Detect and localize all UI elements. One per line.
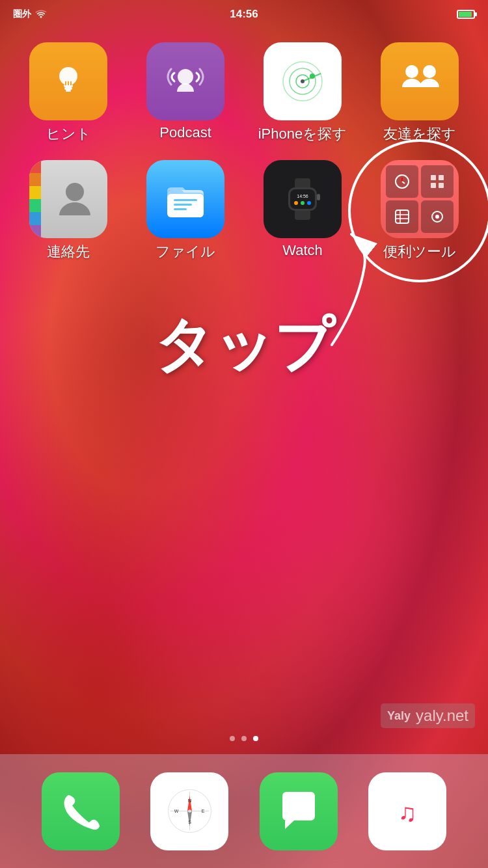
files-app-label: ファイル [156, 242, 215, 262]
app-item-podcast[interactable]: Podcast [130, 42, 241, 144]
svg-point-28 [294, 201, 298, 205]
svg-rect-23 [295, 210, 310, 220]
battery-fill [459, 12, 472, 17]
app-item-contacts[interactable]: 連絡先 [13, 160, 124, 262]
svg-point-12 [310, 74, 315, 79]
phone-app-icon[interactable] [42, 772, 120, 850]
page-dot-2 [241, 736, 247, 741]
svg-rect-19 [174, 199, 197, 201]
svg-point-8 [178, 69, 193, 85]
app-item-watch[interactable]: 14:56 Watch [247, 160, 358, 262]
app-item-find-iphone[interactable]: iPhoneを探す [247, 42, 358, 144]
dock: N S E W ♫ [0, 754, 488, 868]
svg-line-34 [402, 182, 405, 183]
benri-mini-2 [421, 165, 454, 198]
dock-item-messages[interactable] [260, 772, 338, 850]
svg-rect-36 [439, 175, 444, 180]
tap-annotation-text: タップ [154, 306, 334, 385]
page-dot-1 [230, 736, 235, 741]
page-dots [230, 736, 258, 741]
svg-text:♫: ♫ [398, 799, 417, 826]
find-friends-app-icon[interactable] [381, 42, 459, 120]
svg-point-15 [423, 65, 436, 78]
benri-grid [381, 160, 459, 238]
watch-app-icon[interactable]: 14:56 [264, 160, 342, 238]
svg-text:E: E [201, 809, 204, 813]
battery-icon [457, 10, 475, 19]
svg-rect-22 [295, 178, 310, 189]
svg-point-13 [301, 79, 305, 83]
dock-item-safari[interactable]: N S E W [150, 772, 228, 850]
page-dot-3 [253, 736, 258, 741]
watermark: Yaly yaly.net [381, 703, 475, 728]
messages-app-icon[interactable] [260, 772, 338, 850]
svg-text:N: N [188, 798, 191, 803]
app-grid: ヒント Podcast [0, 36, 488, 268]
dock-item-phone[interactable] [42, 772, 120, 850]
benri-mini-4 [421, 200, 454, 233]
svg-rect-26 [317, 194, 320, 200]
podcast-app-icon[interactable] [146, 42, 224, 120]
benri-app-label: 便利ツール [383, 242, 456, 262]
svg-rect-37 [431, 183, 436, 188]
contacts-app-label: 連絡先 [47, 242, 90, 262]
wifi-icon [35, 9, 47, 20]
music-app-icon[interactable]: ♫ [368, 772, 446, 850]
svg-point-14 [405, 65, 418, 78]
signal-text: 圏外 [13, 8, 31, 20]
svg-rect-3 [64, 87, 72, 90]
benri-mini-3 [386, 200, 418, 233]
svg-rect-21 [174, 208, 187, 210]
status-left: 圏外 [13, 8, 47, 20]
hint-app-label: ヒント [46, 124, 91, 144]
dock-item-music[interactable]: ♫ [368, 772, 446, 850]
find-iphone-app-label: iPhoneを探す [258, 124, 347, 144]
contacts-app-icon[interactable] [29, 160, 107, 238]
app-item-hint[interactable]: ヒント [13, 42, 124, 144]
svg-point-30 [307, 201, 311, 205]
svg-rect-25 [290, 189, 315, 209]
svg-rect-39 [396, 210, 409, 223]
svg-rect-20 [174, 204, 192, 206]
svg-rect-38 [439, 183, 444, 188]
podcast-app-label: Podcast [159, 124, 211, 141]
find-friends-app-label: 友達を探す [383, 124, 456, 144]
svg-rect-4 [66, 90, 71, 92]
app-item-find-friends[interactable]: 友達を探す [364, 42, 475, 144]
app-item-benri[interactable]: 便利ツール [364, 160, 475, 262]
status-time: 14:56 [230, 8, 258, 21]
watch-app-label: Watch [282, 242, 323, 259]
benri-mini-1 [386, 165, 418, 198]
safari-app-icon[interactable]: N S E W [150, 772, 228, 850]
app-item-files[interactable]: ファイル [130, 160, 241, 262]
hint-app-icon[interactable] [29, 42, 107, 120]
status-right [457, 10, 475, 19]
svg-text:S: S [188, 820, 191, 824]
svg-text:W: W [174, 809, 178, 813]
watermark-logo: Yaly [387, 709, 411, 723]
watermark-url: yaly.net [416, 707, 468, 725]
files-app-icon[interactable] [146, 160, 224, 238]
svg-point-44 [435, 215, 439, 219]
svg-text:14:56: 14:56 [297, 194, 308, 198]
benri-app-icon[interactable] [381, 160, 459, 238]
svg-point-16 [66, 183, 84, 201]
find-iphone-app-icon[interactable] [264, 42, 342, 120]
svg-rect-35 [431, 175, 436, 180]
status-bar: 圏外 14:56 [0, 0, 488, 29]
svg-point-29 [301, 201, 305, 205]
